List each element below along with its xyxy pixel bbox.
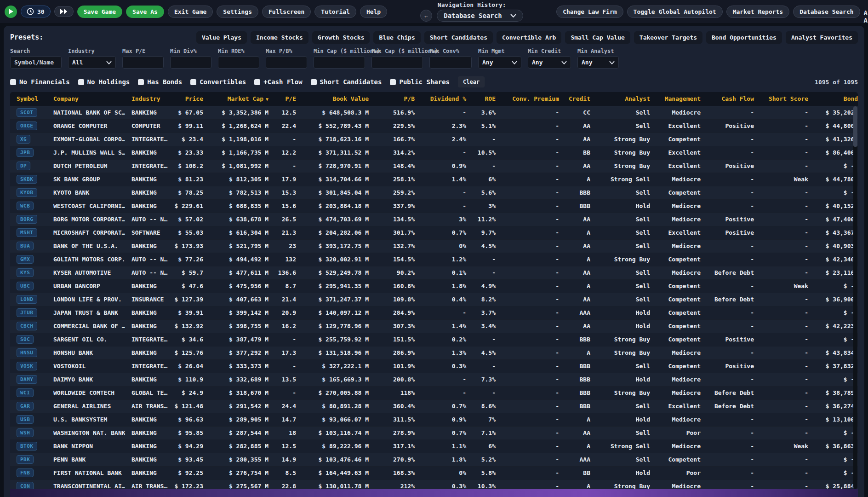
table-row[interactable]: UBCURBAN BANCORPBANKING$ 47.6$ 475,956 M… xyxy=(10,279,858,293)
toolbar-button-database-search[interactable]: Database Search xyxy=(793,6,860,18)
symbol-badge[interactable]: KYS xyxy=(17,268,34,277)
symbol-badge[interactable]: XG xyxy=(17,135,30,144)
symbol-badge[interactable]: JPB xyxy=(17,148,34,157)
preset-blue-chips[interactable]: Blue Chips xyxy=(373,31,420,44)
table-row[interactable]: WCBWESTCOAST CALIFORNI…BANKING$ 229.61$ … xyxy=(10,199,858,213)
symbol-badge[interactable]: VOSK xyxy=(17,362,37,370)
symbol-badge[interactable]: UBC xyxy=(17,282,34,290)
scrollbar-thumb[interactable] xyxy=(853,106,857,147)
table-row[interactable]: GARGENERAL AIRLINESAIR TRANS…$ 121.48$ 2… xyxy=(10,399,858,413)
symbol-badge[interactable]: PBK xyxy=(17,455,34,464)
table-row[interactable]: CBCHCOMMERCIAL BANK OF …BANKING$ 132.92$… xyxy=(10,319,858,333)
table-row[interactable]: VOSKVOSTOKOILINTEGRATE…$ 26.04$ 333,373 … xyxy=(10,359,858,373)
toolbar-button-market-reports[interactable]: Market Reports xyxy=(726,6,790,18)
symbol-badge[interactable]: BORG xyxy=(17,215,37,224)
column-header-cash_flow[interactable]: Cash Flow xyxy=(706,92,760,106)
table-row[interactable]: LONDLONDON LIFE & PROV.INSURANCE$ 127.39… xyxy=(10,293,858,306)
column-header-company[interactable]: Company xyxy=(47,92,125,106)
min_div-input[interactable] xyxy=(170,56,211,69)
table-row[interactable]: DPDUTCH PETROLEUMINTEGRATE…$ 108.2$ 1,08… xyxy=(10,159,858,173)
game-clock[interactable]: 30 xyxy=(21,6,51,17)
checkbox-has-bonds[interactable]: Has Bonds xyxy=(138,78,182,86)
fast-forward-button[interactable] xyxy=(54,6,74,17)
min_cap-input[interactable] xyxy=(314,56,365,69)
column-header-management[interactable]: Management xyxy=(656,92,706,106)
preset-analyst-favorites[interactable]: Analyst Favorites xyxy=(786,31,858,44)
table-row[interactable]: DAMYDAIMYO BANKBANKING$ 110.9$ 332,689 M… xyxy=(10,373,858,386)
table-row[interactable]: PBKPENN BANKBANKING$ 93.45$ 280,355 M14.… xyxy=(10,453,858,466)
checkbox-box[interactable] xyxy=(138,79,144,85)
column-header-bonds[interactable]: Bonds xyxy=(814,92,858,106)
column-header-symbol[interactable]: Symbol xyxy=(10,92,47,106)
symbol-badge[interactable]: WCB xyxy=(17,202,34,210)
table-row[interactable]: HNSUHONSHU BANKBANKING$ 125.76$ 377,292 … xyxy=(10,346,858,359)
table-row[interactable]: FNBFIRST NATIONAL BANKBANKING$ 92.25$ 27… xyxy=(10,466,858,480)
clear-filters-button[interactable]: Clear xyxy=(458,76,485,87)
checkbox-public-shares[interactable]: Public Shares xyxy=(390,78,450,86)
symbol-badge[interactable]: BUA xyxy=(17,242,34,250)
toolbar-button-exit-game[interactable]: Exit Game xyxy=(168,6,213,18)
column-header-credit[interactable]: Credit xyxy=(565,92,596,106)
table-row[interactable]: SOCSARGENT OIL CO.INTEGRATE…$ 34.6$ 387,… xyxy=(10,333,858,346)
symbol-badge[interactable]: MSHT xyxy=(17,228,37,237)
checkbox-no-holdings[interactable]: No Holdings xyxy=(78,78,130,86)
checkbox-box[interactable] xyxy=(254,79,260,85)
max_pb-input[interactable] xyxy=(266,56,307,69)
symbol-badge[interactable]: WSH xyxy=(17,428,34,437)
table-row[interactable]: BTOKBANK NIPPONBANKING$ 94.29$ 282,885 M… xyxy=(10,439,858,453)
table-row[interactable]: GMXGOLIATH MOTORS CORP.AUTO -- N…$ 77.26… xyxy=(10,253,858,266)
min_analyst-select[interactable]: Any xyxy=(577,56,619,69)
symbol-badge[interactable]: GMX xyxy=(17,255,34,264)
table-row[interactable]: MSHTMICROSHAFT CORPORAT…SOFTWARE$ 55.03$… xyxy=(10,226,858,239)
table-row[interactable]: KYSKYSER AUTOMOTIVEAUTO -- N…$ 59.7$ 477… xyxy=(10,266,858,279)
table-row[interactable]: JTUBJAPAN TRUST & BANKBANKING$ 39.91$ 39… xyxy=(10,306,858,319)
column-header-roe[interactable]: ROE xyxy=(472,92,501,106)
symbol-badge[interactable]: KYOB xyxy=(17,188,37,197)
checkbox-convertibles[interactable]: Convertibles xyxy=(190,78,246,86)
toolbar-button-save-game[interactable]: Save Game xyxy=(77,6,122,18)
min_roe-input[interactable] xyxy=(218,56,259,69)
checkbox-box[interactable] xyxy=(10,79,16,85)
play-button[interactable] xyxy=(5,6,17,18)
symbol-badge[interactable]: DAMY xyxy=(17,375,37,384)
vertical-scrollbar[interactable] xyxy=(853,106,857,489)
toolbar-button-toggle-global-autopilot[interactable]: Toggle Global Autopilot xyxy=(627,6,723,18)
checkbox-box[interactable] xyxy=(190,79,196,85)
checkbox-no-financials[interactable]: No Financials xyxy=(10,78,70,86)
max_cap-input[interactable] xyxy=(371,56,423,69)
table-row[interactable]: ORGEORANGE COMPUTERCOMPUTER$ 99.11$ 1,26… xyxy=(10,119,858,133)
symbol-badge[interactable]: SKBK xyxy=(17,175,37,184)
preset-small-cap-value[interactable]: Small Cap Value xyxy=(565,31,630,44)
toolbar-button-save-as[interactable]: Save As xyxy=(126,6,164,18)
table-row[interactable]: WSHWASHINGTON NAT. BANKBANKING$ 95.85$ 2… xyxy=(10,426,858,439)
symbol-badge[interactable]: LOND xyxy=(17,295,37,304)
column-header-conv_premium[interactable]: Conv. Premium xyxy=(501,92,565,106)
search-input[interactable] xyxy=(10,56,62,69)
column-header-pb[interactable]: P/B xyxy=(374,92,420,106)
max_conv-input[interactable] xyxy=(429,56,472,69)
symbol-badge[interactable]: FNB xyxy=(17,468,34,477)
symbol-badge[interactable]: JTUB xyxy=(17,308,37,317)
symbol-badge[interactable]: SOC xyxy=(17,335,34,344)
toolbar-button-fullscreen[interactable]: Fullscreen xyxy=(262,6,311,18)
min_mgmt-select[interactable]: Any xyxy=(478,56,521,69)
symbol-badge[interactable]: ORGE xyxy=(17,121,37,130)
toolbar-button-settings[interactable]: Settings xyxy=(217,6,258,18)
symbol-badge[interactable]: SCOT xyxy=(17,108,37,117)
preset-takeover-targets[interactable]: Takeover Targets xyxy=(634,31,702,44)
column-header-market_cap[interactable]: Market Cap▼ xyxy=(209,92,274,106)
table-row[interactable]: JPBJ.P. MULLINS WALL S…BANKING$ 23.33$ 1… xyxy=(10,146,858,159)
toolbar-button-change-law-firm[interactable]: Change Law Firm xyxy=(556,6,623,18)
min_credit-select[interactable]: Any xyxy=(528,56,571,69)
column-header-price[interactable]: Price xyxy=(170,92,209,106)
symbol-badge[interactable]: CBCH xyxy=(17,322,37,330)
column-header-short_score[interactable]: Short Score xyxy=(760,92,814,106)
table-row[interactable]: SCOTNATIONAL BANK OF SC…BANKING$ 67.05$ … xyxy=(10,106,858,119)
column-header-pe[interactable]: P/E xyxy=(274,92,302,106)
nav-back-button[interactable]: ← xyxy=(420,10,432,22)
symbol-badge[interactable]: GAR xyxy=(17,402,34,410)
symbol-badge[interactable]: BTOK xyxy=(17,442,37,451)
preset-convertible-arb[interactable]: Convertible Arb xyxy=(497,31,561,44)
table-row[interactable]: BORGBORG MOTOR CORPORAT…AUTO -- N…$ 57.0… xyxy=(10,213,858,226)
toolbar-button-help[interactable]: Help xyxy=(360,6,387,18)
